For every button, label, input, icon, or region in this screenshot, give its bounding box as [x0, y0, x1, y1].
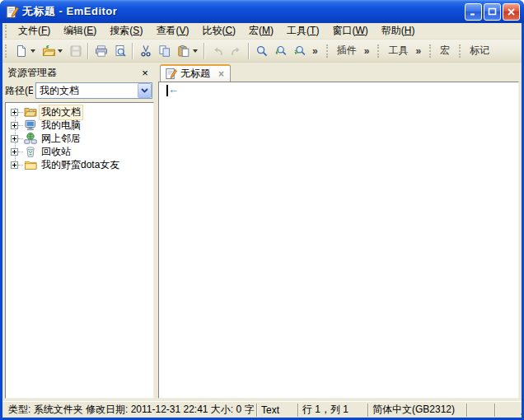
close-button[interactable] [503, 3, 520, 21]
tree-item-folder[interactable]: 我的野蛮dota女友 [6, 158, 153, 171]
toolbar-separator [248, 43, 250, 59]
find-button[interactable] [252, 42, 271, 60]
line-column-status: 行 1，列 1 [300, 403, 367, 417]
path-combobox[interactable]: 我的文档 [35, 82, 152, 99]
tree-item-label: 我的野蛮dota女友 [40, 158, 121, 172]
tree-connector-line [18, 112, 23, 113]
tree-connector-line [18, 152, 23, 152]
toolbar: » 插件»工具»宏标记 [2, 40, 522, 63]
tree-item-network[interactable]: 网上邻居 [6, 132, 153, 145]
expand-plus-icon[interactable] [11, 135, 18, 142]
menu-item-view[interactable]: 查看(V) [149, 23, 195, 40]
tree-item-my-documents[interactable]: 我的文档 [6, 105, 153, 119]
toolbar-grip[interactable] [326, 44, 330, 58]
toolbar-grip[interactable] [429, 44, 433, 58]
tree-item-my-computer[interactable]: 我的电脑 [6, 119, 153, 132]
statusbar-separator [256, 404, 258, 417]
tree-item-label: 网上邻居 [40, 132, 82, 146]
menu-item-search[interactable]: 搜索(S) [103, 23, 149, 40]
menu-item-macros[interactable]: 宏(M) [242, 23, 280, 40]
new-file-icon [15, 44, 28, 58]
path-combobox-value: 我的文档 [36, 84, 138, 98]
resize-grip[interactable] [517, 405, 522, 417]
macros-toolbar-button[interactable]: 宏 [436, 42, 454, 59]
toolbar-grip[interactable] [5, 44, 9, 58]
chevron-down-icon[interactable] [138, 83, 152, 98]
paste-button[interactable] [174, 42, 193, 60]
tools-toolbar-button[interactable]: 工具 [384, 42, 412, 59]
paste-dropdown-arrow[interactable] [193, 49, 198, 53]
explorer-path-row: 路径(E 我的文档 [5, 81, 154, 100]
menu-bar-grip[interactable] [5, 25, 9, 38]
statusbar-separator [367, 404, 369, 417]
explorer-tree: 我的文档我的电脑网上邻居回收站我的野蛮dota女友 [5, 102, 154, 399]
toolbar-grip[interactable] [459, 44, 463, 58]
expand-plus-icon[interactable] [11, 148, 18, 156]
expand-plus-icon[interactable] [11, 122, 18, 129]
editor-text-area[interactable]: ← [158, 82, 519, 399]
toolbar-grip[interactable] [377, 44, 381, 58]
cut-icon [139, 44, 152, 58]
menu-bar-items: 文件(F)编辑(E)搜索(S)查看(V)比较(C)宏(M)工具(T)窗口(W)帮… [12, 23, 421, 40]
emeditor-window: 无标题 - EmEditor 文件(F)编辑(E)搜索(S)查看(V)比较(C)… [0, 0, 524, 420]
toolbar-group-marks: 标记 [458, 42, 494, 59]
window-title: 无标题 - EmEditor [22, 4, 117, 19]
my-documents-icon [24, 105, 37, 119]
folder-icon [24, 158, 37, 171]
plugins-overflow-chevron[interactable]: » [361, 45, 373, 57]
tools-overflow-chevron[interactable]: » [412, 45, 424, 57]
print-preview-icon [114, 44, 127, 58]
menu-item-file[interactable]: 文件(F) [12, 23, 57, 40]
maximize-button[interactable] [484, 3, 501, 21]
save-icon [69, 44, 82, 58]
open-file-dropdown-arrow[interactable] [58, 49, 63, 53]
title-bar[interactable]: 无标题 - EmEditor [0, 0, 524, 23]
tab-close-icon[interactable]: × [218, 69, 224, 79]
expand-plus-icon[interactable] [11, 109, 18, 116]
plugins-toolbar-button[interactable]: 插件 [333, 42, 361, 59]
app-icon [5, 5, 19, 19]
new-file-button[interactable] [12, 42, 30, 60]
tree-connector-line [18, 138, 23, 139]
my-computer-icon [24, 119, 37, 132]
tree-item-recycle-bin[interactable]: 回收站 [6, 145, 153, 158]
tree-connector-line [18, 125, 23, 126]
find-previous-button[interactable] [271, 42, 290, 60]
find-next-icon [293, 44, 306, 58]
print-icon [95, 44, 108, 58]
copy-button[interactable] [155, 42, 174, 60]
expand-plus-icon[interactable] [11, 161, 18, 169]
marks-toolbar-button[interactable]: 标记 [466, 42, 494, 59]
tree-item-label: 回收站 [40, 145, 73, 159]
statusbar-separator [466, 404, 468, 417]
open-file-button[interactable] [39, 42, 58, 60]
undo-button[interactable] [208, 42, 227, 60]
menu-item-tools[interactable]: 工具(T) [280, 23, 325, 40]
menu-item-compare[interactable]: 比较(C) [195, 23, 242, 40]
toolbar-group-macros: 宏 [428, 42, 454, 59]
tab-label: 无标题 [180, 67, 210, 81]
paste-icon [177, 44, 190, 58]
explorer-panel: 资源管理器 × 路径(E 我的文档 我的文档我的电脑网上邻居回收站我的野蛮dot… [2, 63, 155, 401]
redo-button[interactable] [227, 42, 246, 60]
new-file-dropdown-arrow[interactable] [30, 49, 35, 53]
find-next-button[interactable] [290, 42, 309, 60]
file-type-status: Text [259, 404, 297, 416]
toolbar-overflow-chevron[interactable]: » [309, 45, 321, 57]
toolbar-group-plugins: 插件» [325, 42, 373, 59]
menu-item-edit[interactable]: 编辑(E) [57, 23, 103, 40]
print-preview-button[interactable] [110, 42, 129, 60]
tab-untitled[interactable]: 无标题 × [160, 64, 231, 82]
tree-item-label: 我的文档 [40, 105, 82, 119]
toolbar-separator [87, 43, 89, 59]
save-button[interactable] [66, 42, 85, 60]
menu-item-window[interactable]: 窗口(W) [325, 23, 374, 40]
minimize-button[interactable] [465, 3, 482, 21]
cut-button[interactable] [136, 42, 155, 60]
menu-item-help[interactable]: 帮助(H) [375, 23, 422, 40]
explorer-header: 资源管理器 × [5, 64, 154, 81]
print-button[interactable] [91, 42, 110, 60]
explorer-close-icon[interactable]: × [138, 66, 152, 79]
tree-connector-line [18, 165, 23, 166]
network-icon [24, 132, 37, 145]
